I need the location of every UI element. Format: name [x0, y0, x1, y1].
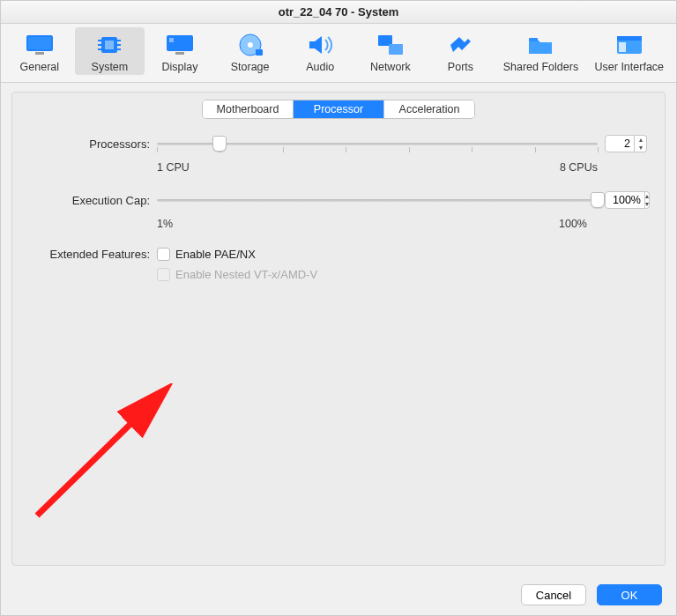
svg-rect-2 — [35, 52, 44, 55]
execution-cap-max-label: 100% — [559, 218, 587, 230]
svg-marker-21 — [450, 37, 471, 52]
svg-rect-4 — [105, 41, 114, 49]
dialog-footer: Cancel OK — [1, 575, 676, 615]
stepper-down-icon[interactable]: ▾ — [635, 144, 646, 152]
speaker-icon — [304, 33, 336, 57]
processors-spinbox[interactable]: ▴▾ — [605, 135, 647, 152]
processors-slider[interactable] — [157, 136, 598, 152]
window-title: otr_22_04 70 - System — [1, 1, 676, 24]
network-icon — [375, 33, 406, 57]
cancel-button[interactable]: Cancel — [521, 584, 586, 605]
connector-icon — [444, 33, 476, 57]
svg-rect-13 — [175, 52, 184, 55]
stepper-up-icon[interactable]: ▴ — [635, 136, 646, 144]
display-icon — [164, 33, 196, 57]
toolbar-label: Shared Folders — [503, 61, 578, 73]
toolbar-label: Audio — [306, 61, 334, 73]
processors-min-label: 1 CPU — [157, 161, 190, 174]
folder-icon — [524, 33, 556, 57]
enable-pae-label: Enable PAE/NX — [175, 248, 256, 261]
toolbar-label: Ports — [448, 61, 473, 73]
toolbar: General System Display Storage — [1, 24, 676, 83]
enable-nested-label: Enable Nested VT-x/AMD-V — [175, 268, 317, 281]
processors-value[interactable] — [605, 135, 635, 152]
toolbar-storage[interactable]: Storage — [215, 27, 286, 75]
toolbar-general[interactable]: General — [4, 27, 75, 75]
tab-motherboard[interactable]: Motherboard — [203, 100, 294, 118]
processors-label: Processors: — [30, 137, 157, 151]
execution-cap-min-label: 1% — [157, 218, 173, 230]
toolbar-ports[interactable]: Ports — [426, 27, 496, 75]
tab-processor[interactable]: Processor — [294, 100, 384, 118]
toolbar-label: Display — [162, 61, 198, 73]
svg-rect-20 — [389, 44, 403, 55]
svg-rect-12 — [169, 38, 174, 42]
svg-rect-11 — [167, 35, 193, 51]
svg-rect-24 — [617, 36, 642, 41]
stepper-up-icon[interactable]: ▴ — [645, 192, 649, 200]
toolbar-user-interface[interactable]: User Interface — [586, 27, 673, 75]
toolbar-label: System — [92, 61, 129, 73]
toolbar-system[interactable]: System — [75, 27, 145, 75]
system-tabs: Motherboard Processor Acceleration — [202, 100, 475, 119]
svg-line-26 — [37, 390, 165, 516]
toolbar-display[interactable]: Display — [145, 27, 215, 75]
svg-point-16 — [248, 42, 253, 48]
toolbar-network[interactable]: Network — [355, 27, 426, 75]
settings-window: otr_22_04 70 - System General System Dis… — [0, 0, 677, 616]
toolbar-shared-folders[interactable]: Shared Folders — [495, 27, 585, 75]
toolbar-label: Network — [370, 61, 411, 73]
enable-pae-checkbox[interactable] — [157, 248, 170, 261]
toolbar-audio[interactable]: Audio — [285, 27, 355, 75]
system-panel: Motherboard Processor Acceleration Proce… — [11, 92, 666, 566]
enable-nested-checkbox — [157, 268, 170, 281]
execution-cap-slider[interactable] — [157, 192, 598, 208]
svg-rect-22 — [529, 38, 538, 41]
annotation-arrow-icon — [28, 383, 187, 533]
execution-cap-value[interactable] — [605, 191, 645, 209]
stepper-down-icon[interactable]: ▾ — [645, 200, 649, 208]
extended-features-label: Extended Features: — [30, 248, 157, 261]
toolbar-label: User Interface — [595, 61, 665, 73]
toolbar-label: General — [20, 61, 59, 73]
ok-button[interactable]: OK — [597, 584, 662, 605]
toolbar-label: Storage — [231, 61, 270, 73]
execution-cap-label: Execution Cap: — [30, 194, 157, 207]
disk-icon — [234, 33, 266, 57]
tab-acceleration[interactable]: Acceleration — [384, 100, 474, 118]
svg-marker-18 — [309, 36, 322, 54]
svg-rect-17 — [256, 49, 263, 56]
chip-icon — [93, 33, 125, 57]
svg-rect-1 — [28, 37, 51, 49]
monitor-icon — [24, 33, 56, 57]
execution-cap-spinbox[interactable]: ▴▾ — [605, 191, 647, 209]
svg-rect-25 — [619, 42, 626, 52]
processors-max-label: 8 CPUs — [560, 161, 598, 174]
ui-icon — [614, 33, 645, 57]
